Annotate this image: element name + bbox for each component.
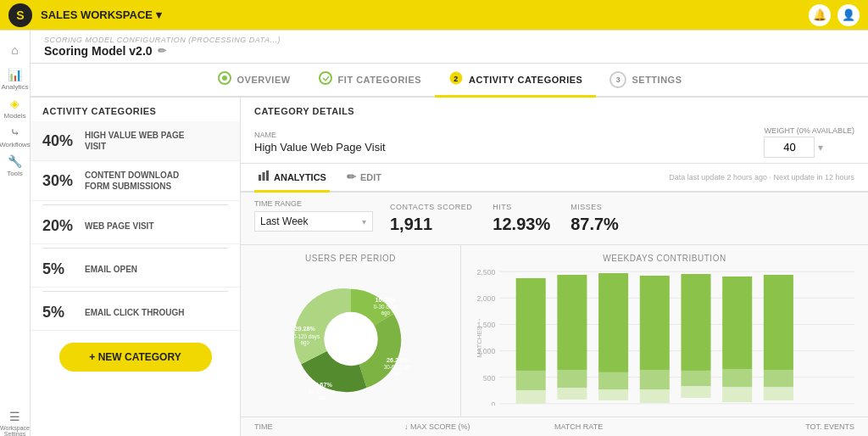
bar-chart: 2,500 2,000 1,500 1,000 500 0 MATCHES → xyxy=(475,270,854,408)
svg-point-8 xyxy=(324,312,377,366)
edit-tab-label: EDIT xyxy=(360,172,381,182)
tot-events-footer-label: TOT. EVENTS xyxy=(805,422,854,431)
misses-block: MISSES 87.7% xyxy=(570,199,639,238)
donut-chart-title: USERS PER PERIOD xyxy=(305,254,396,263)
sidebar-item-models[interactable]: ◈ Models xyxy=(3,95,28,120)
svg-rect-48 xyxy=(640,389,670,403)
svg-rect-42 xyxy=(598,273,628,372)
divider xyxy=(42,204,228,205)
donut-chart: 16.76% 0-30 days ago 26.29% 30-60 days a… xyxy=(266,270,436,408)
svg-rect-59 xyxy=(764,370,793,387)
svg-rect-39 xyxy=(557,370,587,388)
category-name: HIGH VALUE WEB PAGEVISIT xyxy=(85,130,184,152)
svg-rect-35 xyxy=(516,371,546,390)
svg-rect-60 xyxy=(764,387,793,400)
tab-fit-categories[interactable]: FIT CATEGORIES xyxy=(304,64,435,98)
sidebar-item-workflows[interactable]: ⤷ Workflows xyxy=(3,124,28,149)
category-item-high-value[interactable]: 40% HIGH VALUE WEB PAGEVISIT xyxy=(31,121,240,161)
name-label: NAME xyxy=(254,131,750,139)
svg-rect-43 xyxy=(598,372,628,389)
svg-rect-38 xyxy=(557,275,587,370)
category-item-email-open[interactable]: 5% EMAIL OPEN xyxy=(31,252,240,288)
weight-arrow-icon: ▾ xyxy=(818,142,823,154)
chevron-icon: ▾ xyxy=(156,8,162,21)
category-name: EMAIL CLICK THROUGH xyxy=(85,307,185,318)
category-pct: 40% xyxy=(42,132,76,150)
content-area: SCORING MODEL CONFIGURATION (Processing … xyxy=(31,31,868,436)
svg-rect-5 xyxy=(259,175,261,181)
workspace-name[interactable]: SALES WORKSPACE ▾ xyxy=(41,8,162,21)
settings-tab-circle: 3 xyxy=(609,71,626,88)
svg-rect-58 xyxy=(764,275,793,370)
contacts-scored-value: 1,911 xyxy=(390,215,472,234)
svg-text:2,500: 2,500 xyxy=(476,270,495,277)
contacts-scored-block: CONTACTS SCORED 1,911 xyxy=(390,199,492,238)
svg-point-1 xyxy=(222,75,227,81)
footer-tot-events: TOT. EVENTS xyxy=(704,422,854,431)
sidebar-item-home[interactable]: ⌂ xyxy=(3,37,28,63)
weight-label: WEIGHT (0% AVAILABLE) xyxy=(764,126,854,135)
svg-rect-6 xyxy=(263,172,265,181)
tools-icon: 🔧 xyxy=(8,154,22,168)
divider xyxy=(42,248,228,249)
main-layout: ⌂ 📊 Analytics ◈ Models ⤷ Workflows 🔧 Too… xyxy=(0,31,868,436)
sidebar-item-analytics[interactable]: 📊 Analytics xyxy=(3,66,28,92)
footer-max-score: ↓ MAX SCORE (%) xyxy=(404,422,554,431)
analytics-icon: 📊 xyxy=(8,68,22,81)
svg-rect-44 xyxy=(598,389,628,400)
svg-text:2: 2 xyxy=(453,75,459,83)
category-pct: 5% xyxy=(42,304,76,321)
sidebar-item-tools[interactable]: 🔧 Tools xyxy=(3,153,28,178)
workflows-icon: ⤷ xyxy=(10,126,20,139)
svg-rect-56 xyxy=(722,387,752,402)
hits-block: HITS 12.93% xyxy=(492,199,570,238)
detail-tabs: ANALYTICS ✏ EDIT Data last update 2 hour… xyxy=(241,164,868,193)
new-category-button[interactable]: + NEW CATEGORY xyxy=(59,343,212,372)
category-pct: 30% xyxy=(42,172,76,190)
category-pct: 20% xyxy=(42,217,76,235)
time-range-select[interactable]: Last Week Last Month Last Quarter xyxy=(254,211,373,232)
charts-area: USERS PER PERIOD xyxy=(241,245,868,416)
logo: S xyxy=(8,3,32,27)
bell-icon[interactable]: 🔔 xyxy=(809,4,831,26)
fit-categories-tab-icon xyxy=(318,70,333,88)
weight-input[interactable] xyxy=(764,137,815,158)
category-item-email-click[interactable]: 5% EMAIL CLICK THROUGH xyxy=(31,295,240,331)
left-panel: ACTIVITY CATEGORIES 40% HIGH VALUE WEB P… xyxy=(31,98,241,436)
svg-text:ago: ago xyxy=(381,310,390,316)
body-split: ACTIVITY CATEGORIES 40% HIGH VALUE WEB P… xyxy=(31,98,868,436)
time-range-block: TIME RANGE Last Week Last Month Last Qua… xyxy=(254,199,390,232)
svg-text:ago: ago xyxy=(317,394,326,401)
user-avatar[interactable]: 👤 xyxy=(837,4,860,26)
time-footer-label: TIME xyxy=(254,422,273,431)
tab-overview[interactable]: OVERVIEW xyxy=(203,64,304,98)
category-item-content-download[interactable]: 30% CONTENT DOWNLOADFORM SUBMISSIONS xyxy=(31,161,240,201)
category-name: WEB PAGE VISIT xyxy=(85,221,154,232)
tab-settings[interactable]: 3 SETTINGS xyxy=(596,64,695,98)
svg-text:ago: ago xyxy=(392,370,402,377)
svg-text:ago: ago xyxy=(300,339,309,346)
svg-rect-50 xyxy=(681,274,710,371)
page-nav-tabs: OVERVIEW FIT CATEGORIES 2 ACTIVITY CATEG… xyxy=(31,64,868,98)
svg-text:MATCHES →: MATCHES → xyxy=(476,317,483,357)
overview-tab-icon xyxy=(217,70,232,88)
sidebar-item-workspace-settings[interactable]: ☰ WorkspaceSettings xyxy=(3,411,28,436)
edit-tab-icon: ✏ xyxy=(347,170,356,183)
tab-overview-label: OVERVIEW xyxy=(237,75,291,85)
tab-edit[interactable]: ✏ EDIT xyxy=(343,165,385,192)
svg-text:29.28%: 29.28% xyxy=(294,325,315,333)
name-value: High Value Web Page Visit xyxy=(254,141,750,154)
footer-match-rate: MATCH RATE xyxy=(554,422,704,431)
activity-tab-icon: 2 xyxy=(448,70,464,88)
analytics-tab-label: ANALYTICS xyxy=(274,172,326,182)
category-item-webpage-visit[interactable]: 20% WEB PAGE VISIT xyxy=(31,209,240,244)
tab-activity-categories[interactable]: 2 ACTIVITY CATEGORIES xyxy=(435,64,596,98)
home-icon: ⌂ xyxy=(11,43,18,57)
svg-text:0: 0 xyxy=(491,400,495,405)
footer-time: TIME xyxy=(254,422,404,431)
svg-text:2,000: 2,000 xyxy=(476,294,495,303)
category-name: EMAIL OPEN xyxy=(85,264,137,275)
scoring-config-label: SCORING MODEL CONFIGURATION (Processing … xyxy=(44,36,854,44)
edit-model-icon[interactable]: ✏ xyxy=(158,45,166,57)
tab-analytics[interactable]: ANALYTICS xyxy=(254,164,330,193)
